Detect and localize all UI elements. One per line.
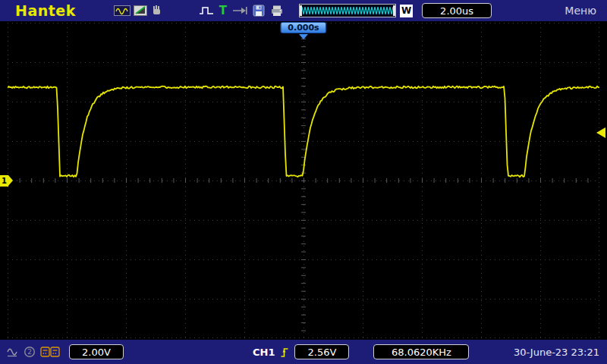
- trigger-tool-icons: T: [199, 4, 284, 17]
- timebase-readout: 2.00us: [422, 3, 492, 18]
- rising-edge-icon: [280, 345, 289, 359]
- sine-icon: [114, 4, 131, 17]
- ch1-scale-readout: 2.00V: [69, 344, 124, 359]
- trigger-readout-group: CH1 2.56V: [253, 344, 349, 359]
- top-status-bar: Hantek T W 2.00us Меню: [0, 0, 607, 21]
- channel-status-icons: 2: [6, 345, 60, 359]
- pulse-icon: [199, 4, 214, 17]
- trigger-time-badge: 0.000s: [280, 22, 326, 33]
- w-icon[interactable]: W: [400, 5, 413, 17]
- slope-icon: [134, 4, 147, 17]
- print-icon[interactable]: [270, 4, 284, 17]
- bottom-status-bar: 2 2.00V CH1 2.56V 68.0620KHz 30-June-23 …: [0, 340, 607, 364]
- trigger-source-label: CH1: [253, 347, 275, 358]
- hand-icon[interactable]: [150, 4, 162, 17]
- trigger-position-marker[interactable]: [299, 34, 308, 39]
- datetime-readout: 30-June-23 23:21: [514, 347, 599, 358]
- step-arrow-icon: [232, 4, 247, 17]
- ch2-number: 2: [27, 348, 32, 356]
- memory-window-waveform: [300, 5, 395, 17]
- display-mode-icons: [114, 4, 162, 17]
- dc-coupling-icon: [40, 345, 60, 359]
- ch2-off-icon: 2: [24, 345, 36, 359]
- ch1-zero-marker[interactable]: 1: [0, 175, 8, 187]
- save-icon[interactable]: [253, 4, 265, 17]
- memory-window-icon: [299, 4, 396, 17]
- menu-button[interactable]: Меню: [565, 5, 596, 17]
- brand-logo: Hantek: [15, 2, 76, 19]
- frequency-counter-readout: 68.0620KHz: [373, 344, 469, 359]
- trigger-level-marker[interactable]: [596, 127, 605, 138]
- trigger-level-readout: 2.56V: [294, 344, 349, 359]
- trigger-t-icon: T: [219, 4, 227, 17]
- ch1-waveform: [8, 23, 599, 338]
- filter-icon: [6, 345, 19, 359]
- scope-screen: 0.000s 1: [0, 21, 607, 340]
